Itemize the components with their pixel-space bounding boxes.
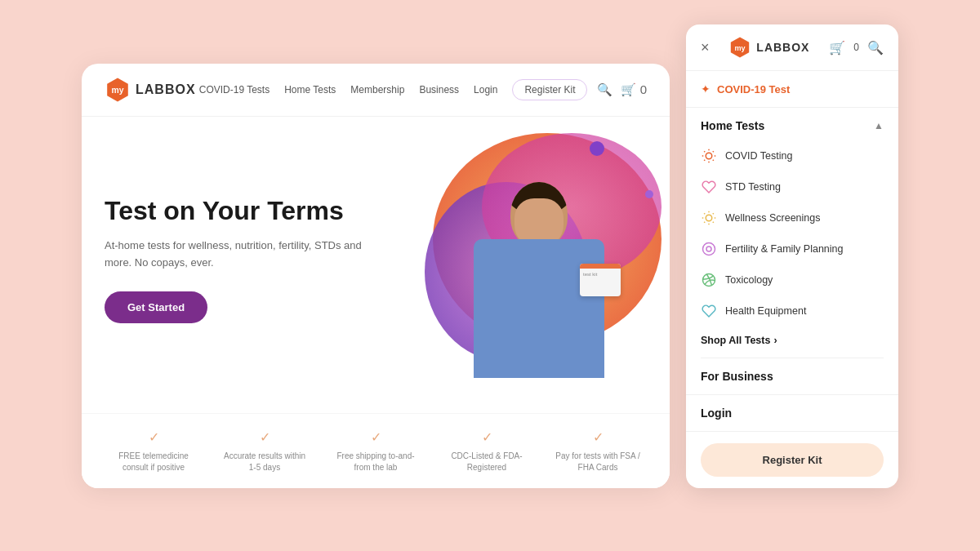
wellness-label: Wellness Screenings <box>725 212 821 224</box>
covid-star-icon: ✦ <box>701 82 710 96</box>
feature-item: ✓ Accurate results within 1-5 days <box>220 429 310 473</box>
std-testing-icon <box>701 179 717 195</box>
wellness-icon <box>701 210 717 226</box>
dropdown-logo[interactable]: my LABBOX <box>728 36 809 59</box>
check-icon: ✓ <box>109 429 198 447</box>
svg-point-16 <box>706 215 712 221</box>
logo-hex-icon: my <box>105 77 131 103</box>
nav-membership[interactable]: Membership <box>350 84 404 96</box>
fertility-icon <box>701 241 717 257</box>
hero-content: Test on Your Terms At-home tests for wel… <box>105 195 366 323</box>
dropdown-logo-hex-icon: my <box>728 36 751 59</box>
menu-item-fertility[interactable]: Fertility & Family Planning <box>701 233 884 264</box>
home-tests-section-header[interactable]: Home Tests ▲ <box>701 108 884 140</box>
check-icon: ✓ <box>442 429 532 447</box>
covid-testing-icon <box>701 148 717 164</box>
hero-title: Test on Your Terms <box>105 195 366 226</box>
hero-section: Test on Your Terms At-home tests for wel… <box>82 117 670 378</box>
hero-person-image: test kit <box>457 174 621 378</box>
nav-icons: 🔍 🛒 0 <box>597 82 647 97</box>
svg-text:my: my <box>111 86 123 95</box>
health-equipment-label: Health Equipment <box>725 305 806 317</box>
health-equipment-icon <box>701 303 717 319</box>
covid-testing-label: COVID Testing <box>725 150 792 162</box>
feature-item: ✓ Free shipping to-and-from the lab <box>331 429 421 473</box>
decorative-dot <box>590 141 604 156</box>
main-website-card: my LABBOX COVID-19 Tests Home Tests Memb… <box>82 64 670 488</box>
dropdown-nav-card: × my LABBOX 🛒 0 🔍 ✦ COVID-19 Test Home T… <box>686 24 898 488</box>
features-strip: ✓ FREE telemedicine consult if positive … <box>82 413 670 487</box>
hero-subtitle: At-home tests for wellness, nutrition, f… <box>105 238 366 272</box>
svg-line-11 <box>713 160 714 161</box>
svg-line-10 <box>704 151 705 152</box>
search-icon[interactable]: 🔍 <box>597 82 612 97</box>
svg-text:my: my <box>735 44 746 52</box>
for-business-item[interactable]: For Business <box>686 358 898 395</box>
std-testing-label: STD Testing <box>725 181 781 193</box>
covid-test-item[interactable]: ✦ COVID-19 Test <box>686 71 898 108</box>
menu-item-std-testing[interactable]: STD Testing <box>701 171 884 202</box>
check-icon: ✓ <box>553 429 643 447</box>
dropdown-cart-icon[interactable]: 🛒 <box>829 40 845 56</box>
svg-line-15 <box>713 151 714 152</box>
menu-item-toxicology[interactable]: Toxicology <box>701 264 884 295</box>
dropdown-search-icon[interactable]: 🔍 <box>867 40 884 56</box>
shop-all-tests-link[interactable]: Shop All Tests › <box>701 327 884 358</box>
hero-visual: test kit <box>327 117 670 378</box>
get-started-button[interactable]: Get Started <box>105 291 207 323</box>
nav-home-tests[interactable]: Home Tests <box>284 84 336 96</box>
nav-login[interactable]: Login <box>474 84 497 96</box>
feature-item: ✓ FREE telemedicine consult if positive <box>109 429 198 473</box>
svg-line-14 <box>704 160 705 161</box>
dropdown-header: × my LABBOX 🛒 0 🔍 <box>686 24 898 71</box>
menu-item-health-equipment[interactable]: Health Equipment <box>701 295 884 327</box>
dropdown-brand-name: LABBOX <box>756 41 809 54</box>
register-kit-nav-button[interactable]: Register Kit <box>512 79 587 100</box>
arrow-right-icon: › <box>773 335 777 346</box>
cart-icon[interactable]: 🛒 0 <box>621 82 647 97</box>
nav-business[interactable]: Business <box>419 84 459 96</box>
navbar: my LABBOX COVID-19 Tests Home Tests Memb… <box>82 64 670 117</box>
toxicology-label: Toxicology <box>725 274 773 286</box>
fertility-label: Fertility & Family Planning <box>725 243 844 255</box>
covid-test-label: COVID-19 Test <box>717 83 790 96</box>
brand-name: LABBOX <box>136 82 196 97</box>
dropdown-header-icons: 🛒 0 🔍 <box>829 40 884 56</box>
dropdown-cart-count: 0 <box>853 42 859 53</box>
menu-item-covid-testing[interactable]: COVID Testing <box>701 140 884 171</box>
nav-covid[interactable]: COVID-19 Tests <box>199 84 270 96</box>
register-kit-button[interactable]: Register Kit <box>701 443 884 477</box>
chevron-up-icon: ▲ <box>874 120 884 131</box>
svg-line-23 <box>704 222 705 223</box>
close-icon[interactable]: × <box>701 39 710 56</box>
toxicology-icon <box>701 272 717 288</box>
home-tests-section: Home Tests ▲ COVID Testing <box>686 108 898 358</box>
logo[interactable]: my LABBOX <box>105 77 196 103</box>
feature-item: ✓ CDC-Listed & FDA-Registered <box>442 429 532 473</box>
svg-line-24 <box>713 213 714 214</box>
svg-line-19 <box>704 213 705 214</box>
home-tests-title: Home Tests <box>701 119 764 132</box>
menu-item-wellness[interactable]: Wellness Screenings <box>701 202 884 233</box>
nav-links: COVID-19 Tests Home Tests Membership Bus… <box>199 79 588 100</box>
svg-point-7 <box>706 153 712 159</box>
decorative-dot <box>645 190 653 198</box>
login-item[interactable]: Login <box>686 395 898 432</box>
svg-line-20 <box>713 222 714 223</box>
check-icon: ✓ <box>331 429 421 447</box>
check-icon: ✓ <box>220 429 310 447</box>
feature-item: ✓ Pay for tests with FSA / FHA Cards <box>553 429 643 473</box>
